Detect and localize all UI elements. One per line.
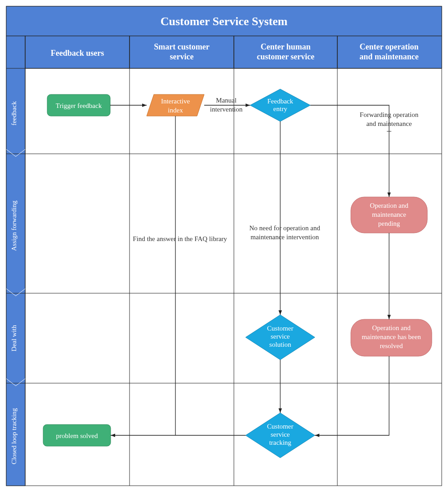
edge-label-forward-l2: and maintenance xyxy=(366,120,412,127)
edge-label-manual-l1: Manual xyxy=(216,97,237,104)
node-trigger-feedback-label: Trigger feedback xyxy=(56,102,102,109)
edge-label-noneed-l1: No need for operation and xyxy=(249,224,320,232)
col-header-2-label-a: Smart customer xyxy=(154,42,209,51)
node-cs-tracking-l2: service xyxy=(271,431,290,438)
node-om-resolved-l3: resolved xyxy=(380,342,403,349)
col-header-3-label-b: customer service xyxy=(257,52,314,61)
col-header-3-label-a: Center human xyxy=(260,42,310,51)
diagram-title: Customer Service System xyxy=(161,15,288,28)
node-om-pending-l3: pending xyxy=(378,220,400,227)
row-header-1: feedback xyxy=(10,101,18,125)
node-cs-tracking-l3: tracking xyxy=(269,439,291,446)
node-cs-solution-l1: Customer xyxy=(267,325,293,332)
row-header-4: Closed loop tracking xyxy=(10,408,18,464)
diagram-canvas: Customer Service System Feedback users S… xyxy=(0,0,448,492)
node-interactive-index-l2: index xyxy=(168,107,183,114)
node-om-pending-l2: maintenance xyxy=(372,211,406,218)
edge-label-forward-l1: Forwarding operation xyxy=(360,111,419,118)
node-problem-solved-label: problem solved xyxy=(56,432,98,439)
outer-border xyxy=(6,6,442,486)
edge-label-manual-l2: intervention xyxy=(210,106,243,113)
col-header-4-label-a: Center operation xyxy=(359,42,418,51)
node-om-resolved-l2: maintenance has been xyxy=(362,333,421,340)
node-om-pending-l1: Operation and xyxy=(370,202,408,209)
node-om-resolved-l1: Operation and xyxy=(372,324,411,331)
node-feedback-entry-l1: Feedback xyxy=(267,98,293,105)
row-header-2: Assign forwarding xyxy=(10,200,18,251)
node-cs-solution-l2: service xyxy=(271,333,290,340)
edge-label-noneed-l2: maintenance intervention xyxy=(251,233,319,241)
row-header-3: Deal with xyxy=(10,325,18,351)
col-header-2-label-b: service xyxy=(170,52,194,61)
col-header-1-label: Feedback users xyxy=(51,49,104,58)
node-interactive-index-l1: Interactive xyxy=(161,98,190,105)
edge-label-faq: Find the answer in the FAQ library xyxy=(133,235,227,242)
node-feedback-entry-l2: entry xyxy=(273,105,287,112)
node-cs-tracking-l1: Customer xyxy=(267,423,293,430)
col-header-4-label-b: and maintenance xyxy=(359,52,419,61)
node-cs-solution-l3: solution xyxy=(269,341,291,348)
